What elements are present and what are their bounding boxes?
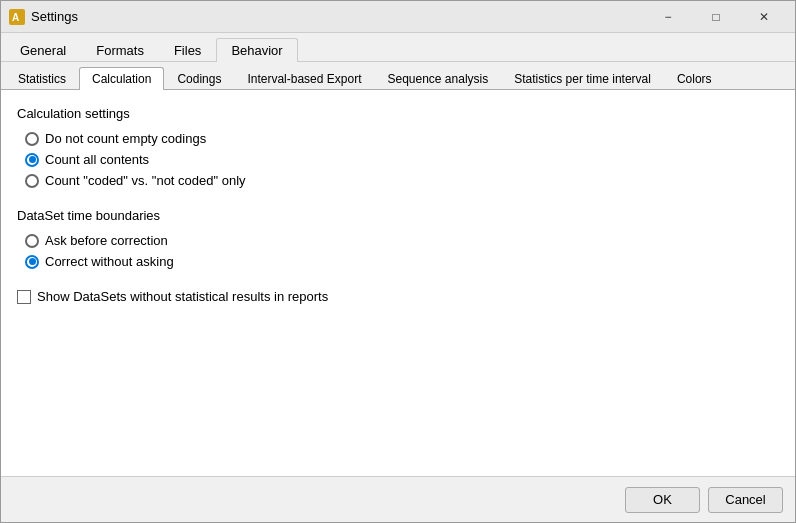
- tab-files[interactable]: Files: [159, 38, 216, 62]
- tab-codings[interactable]: Codings: [164, 67, 234, 90]
- radio-correct-without[interactable]: Correct without asking: [25, 254, 779, 269]
- footer-bar: OK Cancel: [1, 476, 795, 522]
- sub-tab-bar: Statistics Calculation Codings Interval-…: [1, 62, 795, 90]
- calculation-section-title: Calculation settings: [17, 106, 779, 121]
- radio-circle-count-coded: [25, 174, 39, 188]
- radio-circle-correct-without: [25, 255, 39, 269]
- tab-formats[interactable]: Formats: [81, 38, 159, 62]
- show-datasets-checkbox[interactable]: [17, 290, 31, 304]
- app-icon: A: [9, 9, 25, 25]
- calculation-radio-group: Do not count empty codings Count all con…: [25, 131, 779, 188]
- ok-button[interactable]: OK: [625, 487, 700, 513]
- top-tab-bar: General Formats Files Behavior: [1, 33, 795, 62]
- tab-sequence-analysis[interactable]: Sequence analysis: [374, 67, 501, 90]
- dataset-radio-group: Ask before correction Correct without as…: [25, 233, 779, 269]
- tab-calculation[interactable]: Calculation: [79, 67, 164, 90]
- tab-interval-export[interactable]: Interval-based Export: [234, 67, 374, 90]
- radio-count-all[interactable]: Count all contents: [25, 152, 779, 167]
- radio-label-correct-without: Correct without asking: [45, 254, 174, 269]
- radio-label-count-all: Count all contents: [45, 152, 149, 167]
- dataset-section-title: DataSet time boundaries: [17, 208, 779, 223]
- settings-window: A Settings − □ ✕ General Formats Files B…: [0, 0, 796, 523]
- svg-text:A: A: [12, 12, 19, 23]
- tab-behavior[interactable]: Behavior: [216, 38, 297, 62]
- cancel-button[interactable]: Cancel: [708, 487, 783, 513]
- radio-count-coded[interactable]: Count "coded" vs. "not coded" only: [25, 173, 779, 188]
- tab-statistics[interactable]: Statistics: [5, 67, 79, 90]
- radio-label-do-not-count: Do not count empty codings: [45, 131, 206, 146]
- radio-label-ask-before: Ask before correction: [45, 233, 168, 248]
- radio-ask-before[interactable]: Ask before correction: [25, 233, 779, 248]
- window-controls: − □ ✕: [645, 1, 787, 33]
- window-title: Settings: [31, 9, 645, 24]
- maximize-button[interactable]: □: [693, 1, 739, 33]
- radio-circle-count-all: [25, 153, 39, 167]
- minimize-button[interactable]: −: [645, 1, 691, 33]
- title-bar: A Settings − □ ✕: [1, 1, 795, 33]
- tab-statistics-time-interval[interactable]: Statistics per time interval: [501, 67, 664, 90]
- close-button[interactable]: ✕: [741, 1, 787, 33]
- radio-do-not-count[interactable]: Do not count empty codings: [25, 131, 779, 146]
- content-panel: Calculation settings Do not count empty …: [1, 90, 795, 476]
- tab-general[interactable]: General: [5, 38, 81, 62]
- radio-label-count-coded: Count "coded" vs. "not coded" only: [45, 173, 246, 188]
- radio-circle-do-not-count: [25, 132, 39, 146]
- show-datasets-label: Show DataSets without statistical result…: [37, 289, 328, 304]
- tab-colors[interactable]: Colors: [664, 67, 725, 90]
- radio-circle-ask-before: [25, 234, 39, 248]
- show-datasets-checkbox-row[interactable]: Show DataSets without statistical result…: [17, 289, 779, 304]
